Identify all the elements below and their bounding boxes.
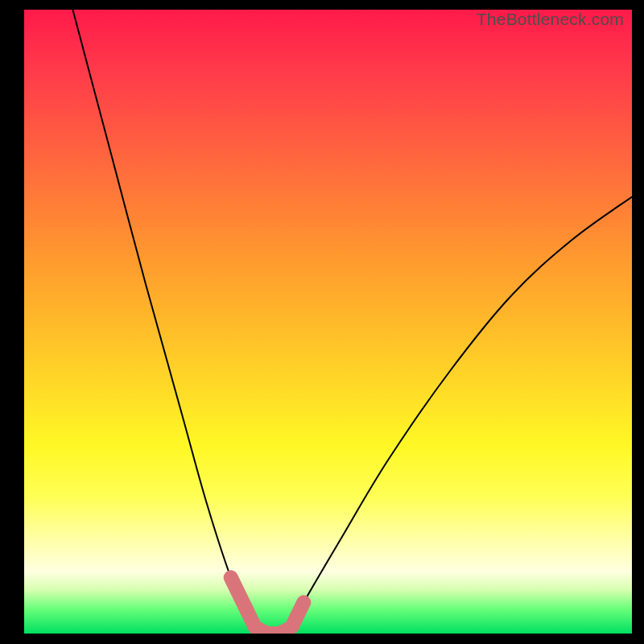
chart-plot-area: TheBottleneck.com [24, 10, 632, 634]
bottleneck-curve-svg [24, 10, 632, 634]
optimal-region-marker [231, 577, 304, 634]
bottleneck-curve [72, 10, 632, 634]
